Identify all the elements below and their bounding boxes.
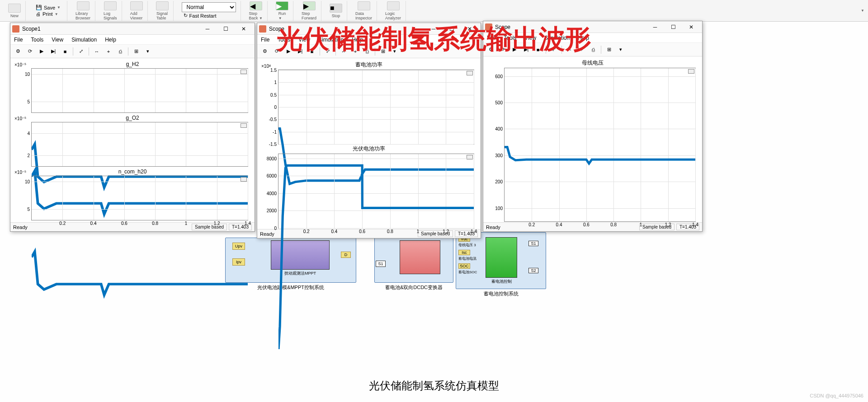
log-signals-icon [104, 1, 117, 10]
fast-restart-button[interactable]: ↻ Fast Restart [182, 12, 218, 19]
separator [601, 46, 601, 54]
scope-tool-3[interactable]: ▶| [48, 47, 58, 56]
logic-analyzer-group[interactable]: LogicAnalyzer [381, 1, 406, 21]
y-tick: 100 [495, 206, 505, 210]
add-viewer-group[interactable]: AddViewer [126, 1, 148, 21]
scope1-window: Scope1 ─ ☐ ✕ File Tools View Simulation … [10, 23, 255, 232]
close-button[interactable]: ✕ [682, 22, 700, 33]
save-button[interactable]: 💾 Save ▼ [34, 4, 62, 11]
stop-group[interactable]: ■ Stop [325, 1, 347, 21]
scope-tool-12[interactable]: ⊞ [604, 45, 614, 55]
main-toolbar: New 💾 Save ▼ 🖨 Print ▼ LibraryBrowser Lo… [0, 0, 868, 22]
minimize-button[interactable]: ─ [198, 23, 217, 34]
grid-line [474, 70, 474, 144]
minimize-button[interactable]: ─ [646, 22, 664, 33]
print-button[interactable]: 🖨 Print ▼ [34, 11, 60, 17]
scope-tool-0[interactable]: ⚙ [13, 47, 23, 56]
menu-file[interactable]: File [14, 37, 23, 43]
plot-0: 母线电压 100 200 300 400 500 6000.20.40.60.8… [485, 58, 700, 220]
y-tick: 0.5 [270, 92, 278, 97]
file-group: 💾 Save ▼ 🖨 Print ▼ [29, 1, 67, 21]
plot-title: g_H2 [12, 60, 253, 68]
y-tick: 5 [27, 99, 32, 104]
plot-area[interactable]: ×10⁻⁵ 2 4 [31, 122, 248, 167]
sim-mode-select[interactable]: Normal [182, 2, 236, 12]
plot-area[interactable]: ×10⁴ -1.5 -1 -0.5 0 0.5 1 1.5 [278, 70, 474, 145]
new-label: New [10, 14, 19, 18]
scope-icon [259, 25, 266, 33]
batt-ctrl-inner: 蓄电池控制 [486, 279, 517, 285]
library-group[interactable]: LibraryBrowser [71, 1, 95, 21]
signal-table-group[interactable]: SignalTable [151, 1, 174, 21]
plot-1: 光伏电池功率 0 2000 4000 6000 80000.20.40.60.8… [259, 144, 479, 227]
plot-1: g_O2 ×10⁻⁵ 2 4 [12, 114, 253, 167]
plot-area[interactable]: ×10⁻⁵ 5 10 [31, 68, 248, 113]
scope-plots: 母线电压 100 200 300 400 500 6000.20.40.60.8… [483, 56, 702, 222]
y-tick: 0 [274, 226, 278, 231]
library-icon [77, 1, 90, 10]
y-tick: 8000 [267, 156, 278, 161]
menu-file[interactable]: File [261, 37, 269, 43]
scope-tool-8[interactable]: ↔ [92, 47, 102, 56]
scope-tool-12[interactable]: ⊞ [131, 47, 141, 56]
plot-2: n_com_h20 ×10⁻⁵ 5 100.20.40.60.811.21.4 [12, 168, 253, 220]
stop-icon: ■ [330, 4, 342, 13]
grid-line [248, 69, 248, 112]
scope-tool-13[interactable]: ▾ [143, 47, 153, 56]
scope-tool-13[interactable]: ▾ [616, 45, 626, 55]
scope-tool-1[interactable]: ⟳ [25, 47, 35, 56]
scope-title: Scope1 [22, 26, 198, 32]
scope-tool-10[interactable]: ⎙ [115, 47, 125, 56]
grid-line [248, 122, 248, 166]
plot-0: 蓄电池功率 ×10⁴ -1.5 -1 -0.5 0 0.5 1 1.5 [259, 60, 479, 143]
y-exponent: ×10⁻⁵ [14, 116, 26, 121]
y-tick: 2000 [267, 208, 278, 213]
menu-help[interactable]: Help [105, 37, 116, 43]
signal-table-icon [156, 1, 169, 10]
y-tick: 5 [27, 206, 32, 211]
plot-area[interactable]: 0 2000 4000 6000 80000.20.40.60.811.21.4 [278, 154, 474, 229]
scope-titlebar[interactable]: Scope1 ─ ☐ ✕ [10, 23, 255, 35]
maximize-button[interactable]: ☐ [217, 23, 235, 34]
data-inspector-icon [358, 1, 370, 10]
toolbar-overflow[interactable]: ▼ [861, 9, 864, 13]
new-icon[interactable] [8, 4, 21, 13]
y-tick: 4000 [267, 191, 278, 196]
close-button[interactable]: ✕ [235, 23, 253, 34]
plot-title: g_O2 [12, 114, 253, 122]
sim-mode-group: Normal ↻ Fast Restart [177, 1, 241, 21]
add-viewer-icon [130, 1, 143, 10]
separator [73, 47, 73, 56]
y-exponent: ×10⁻⁵ [14, 170, 26, 175]
log-signals-group[interactable]: LogSignals [99, 1, 122, 21]
logic-analyzer-icon [387, 1, 400, 10]
step-back-icon: ◀ [250, 1, 262, 10]
menu-view[interactable]: View [52, 37, 63, 43]
scope-tool-2[interactable]: ▶ [37, 47, 47, 56]
scope-tool-6[interactable]: ⤢ [76, 47, 86, 56]
plot-title: 蓄电池功率 [259, 60, 479, 70]
step-back-group[interactable]: ◀ StepBack ▼ [245, 1, 268, 21]
grid-line [474, 154, 474, 228]
plot-area[interactable]: ×10⁻⁵ 5 100.20.40.60.811.21.4 [31, 176, 248, 220]
scope-plots: g_H2 ×10⁻⁵ 5 10 g_O2 ×10⁻⁵ 2 4 n_com_h20… [10, 58, 255, 222]
menu-simulation[interactable]: Simulation [71, 37, 97, 43]
scope-tool-4[interactable]: ■ [60, 47, 70, 56]
scope-tool-0[interactable]: ⚙ [260, 47, 270, 56]
run-group[interactable]: ▶ Run▼ [271, 1, 293, 21]
plot-area[interactable]: 100 200 300 400 500 6000.20.40.60.811.21… [504, 68, 696, 222]
menu-tools[interactable]: Tools [31, 37, 43, 43]
grid-line [248, 176, 248, 220]
scope-tool-9[interactable]: + [104, 47, 113, 56]
port-s2-out[interactable]: S2 [528, 268, 538, 273]
step-forward-group[interactable]: ▶ StepForward [297, 1, 321, 21]
maximize-button[interactable]: ☐ [664, 22, 682, 33]
data-line [32, 176, 248, 392]
run-icon: ▶ [276, 1, 288, 10]
data-inspector-group[interactable]: DataInspector [351, 1, 377, 21]
y-tick: 1 [274, 80, 278, 85]
y-tick: 500 [495, 100, 505, 105]
y-exponent: ×10⁴ [261, 64, 271, 69]
y-tick: 300 [495, 153, 505, 158]
y-tick: 600 [495, 74, 505, 79]
